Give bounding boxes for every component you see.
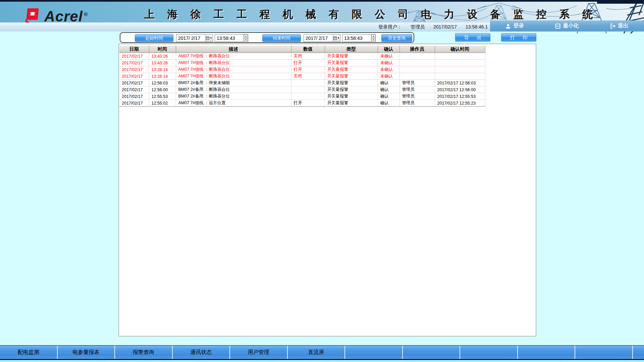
start-date-picker[interactable]: 2017/ 2/17 ▼ bbox=[176, 34, 213, 42]
nav-button-通讯状态[interactable]: 通讯状态 bbox=[173, 346, 230, 359]
cell: 2017/02/17 12:56:03 bbox=[435, 80, 485, 86]
cell: 确认 bbox=[378, 86, 399, 93]
cell: 2017/02/17 bbox=[119, 100, 149, 107]
cell: 2017/02/17 12:55:23 bbox=[435, 100, 485, 107]
login-user-info: 登录用户： 管理员 2017/02/17 13:58:46.1 bbox=[378, 24, 488, 30]
cell: 13:28:14 bbox=[149, 73, 176, 80]
cell: 12:55:02 bbox=[149, 100, 176, 107]
nav-button-报警查询[interactable]: 报警查询 bbox=[115, 346, 173, 359]
cell: 2017/02/17 bbox=[119, 93, 149, 100]
column-header-0[interactable]: 日期 bbox=[119, 46, 149, 53]
alarm-row-confirmed[interactable]: 2017/02/1712:56:03BM07 2#备用 ：弹簧未储能开关量报警确… bbox=[119, 80, 485, 86]
end-date-calendar-button[interactable]: ▼ bbox=[333, 35, 340, 42]
column-header-5[interactable]: 确认 bbox=[378, 46, 399, 53]
logo-text: Acrel® bbox=[44, 6, 88, 24]
alarm-row-confirmed[interactable]: 2017/02/1712:55:02AM07 7#馈线 ：远方位置打开开关量报警… bbox=[119, 100, 485, 107]
exit-button[interactable]: 退出 bbox=[610, 22, 629, 29]
nav-button-empty[interactable] bbox=[518, 346, 576, 359]
nav-button-empty[interactable] bbox=[345, 346, 403, 359]
dropdown-arrow-icon: ▼ bbox=[337, 37, 340, 40]
spin-up-icon[interactable]: ▲ bbox=[371, 35, 375, 38]
cell: 12:56:00 bbox=[149, 86, 176, 93]
cell bbox=[435, 73, 485, 80]
cell: 关闭 bbox=[291, 53, 325, 60]
user-icon bbox=[505, 23, 511, 29]
cell: BM07 2#备用 ：断路器分位 bbox=[176, 93, 291, 100]
nav-button-empty[interactable] bbox=[460, 346, 518, 359]
cell: 未确认 bbox=[378, 73, 399, 80]
cell: 开关量报警 bbox=[325, 86, 378, 93]
cell: 开关量报警 bbox=[325, 100, 378, 107]
cell: BM07 2#备用 ：弹簧未储能 bbox=[176, 80, 291, 86]
cell: AM07 7#馈线 ：远方位置 bbox=[176, 100, 291, 107]
nav-button-empty[interactable] bbox=[575, 346, 633, 359]
column-header-6[interactable]: 操作员 bbox=[399, 46, 435, 53]
cell: 12:56:03 bbox=[149, 80, 176, 86]
cell: AM07 7#馈线 ：断路器分位 bbox=[176, 60, 291, 66]
cell bbox=[399, 53, 435, 60]
calendar-icon bbox=[333, 37, 337, 40]
end-time-spinner[interactable]: ▲▼ bbox=[371, 35, 375, 42]
minimize-button[interactable]: 最小化 bbox=[555, 22, 579, 29]
cell: 2017/02/17 bbox=[119, 66, 149, 73]
cell bbox=[435, 53, 485, 60]
bottom-nav-bar: 配电监测电参量报表报警查询通讯状态用户管理直流屏 bbox=[0, 345, 644, 359]
column-header-1[interactable]: 时间 bbox=[149, 46, 176, 53]
start-time-button[interactable]: 起始时间 bbox=[135, 34, 173, 42]
spin-down-icon[interactable]: ▼ bbox=[371, 38, 375, 42]
spin-up-icon[interactable]: ▲ bbox=[244, 35, 248, 38]
acrel-logo: Acrel® bbox=[26, 6, 88, 24]
cell: 2017/02/17 bbox=[119, 60, 149, 66]
cell: 打开 bbox=[291, 60, 325, 66]
start-time-spinner[interactable]: ▲▼ bbox=[244, 35, 248, 42]
cell: AM07 7#馈线 ：断路器分位 bbox=[176, 73, 291, 80]
alarm-row-unconfirmed[interactable]: 2017/02/1713:43:26AM07 7#馈线 ：断路器分位打开开关量报… bbox=[119, 60, 485, 66]
minimize-icon bbox=[555, 23, 560, 29]
user-bar: 登录用户： 管理员 2017/02/17 13:58:46.1 登录 最小化 退… bbox=[0, 22, 644, 32]
alarm-row-unconfirmed[interactable]: 2017/02/1713:43:26AM07 7#馈线 ：断路器合位关闭开关量报… bbox=[119, 53, 485, 60]
cell: 2017/02/17 bbox=[119, 73, 149, 80]
nav-button-电参量报表[interactable]: 电参量报表 bbox=[58, 346, 115, 359]
column-header-3[interactable]: 数值 bbox=[291, 46, 325, 53]
start-time-input[interactable]: 13:58:43 ▲▼ bbox=[215, 34, 248, 42]
session-button-bar: 登录 最小化 退出 bbox=[490, 20, 644, 32]
export-button[interactable]: 导 出 bbox=[455, 33, 490, 42]
header: Acrel® 上 海 徐 工 工 程 机 械 有 限 公 司 电 力 设 备 监… bbox=[0, 2, 644, 22]
cell: 2017/02/17 bbox=[119, 86, 149, 93]
alarm-row-unconfirmed[interactable]: 2017/02/1713:28:14AM07 7#馈线 ：断路器分位关闭开关量报… bbox=[119, 73, 485, 80]
nav-button-配电监测[interactable]: 配电监测 bbox=[0, 346, 58, 359]
cell: 管理员 bbox=[399, 93, 435, 100]
calendar-icon bbox=[206, 37, 209, 40]
nav-button-直流屏[interactable]: 直流屏 bbox=[288, 346, 345, 359]
nav-button-empty[interactable] bbox=[633, 346, 644, 359]
end-time-button[interactable]: 结束时间 bbox=[262, 34, 301, 42]
cell: 13:28:14 bbox=[149, 66, 176, 73]
nav-button-empty[interactable] bbox=[403, 346, 461, 359]
cell: 开关量报警 bbox=[325, 53, 378, 60]
cell: 13:43:26 bbox=[149, 53, 176, 60]
end-date-picker[interactable]: 2017/ 2/17 ▼ bbox=[304, 34, 340, 42]
cell: 管理员 bbox=[399, 86, 435, 93]
end-time-input[interactable]: 13:58:43 ▲▼ bbox=[342, 34, 376, 42]
cell bbox=[291, 80, 325, 86]
cell: 管理员 bbox=[399, 80, 435, 86]
start-date-calendar-button[interactable]: ▼ bbox=[205, 35, 213, 42]
column-header-2[interactable]: 描述 bbox=[176, 46, 291, 53]
cell: 确认 bbox=[378, 93, 399, 100]
alarm-row-confirmed[interactable]: 2017/02/1712:56:00BM07 2#备用 ：断路器合位开关量报警确… bbox=[119, 86, 485, 93]
column-header-7[interactable]: 确认时间 bbox=[435, 46, 485, 53]
cell: 未确认 bbox=[378, 60, 399, 66]
print-button[interactable]: 打 印 bbox=[501, 33, 536, 42]
spin-down-icon[interactable]: ▼ bbox=[244, 38, 248, 42]
login-button[interactable]: 登录 bbox=[505, 22, 524, 29]
alarm-row-confirmed[interactable]: 2017/02/1712:55:53BM07 2#备用 ：断路器分位开关量报警确… bbox=[119, 93, 485, 100]
cell: 确认 bbox=[378, 100, 399, 107]
history-query-button[interactable]: 历史查询 bbox=[381, 34, 412, 42]
alarm-row-unconfirmed[interactable]: 2017/02/1713:28:14AM07 7#馈线 ：断路器合位打开开关量报… bbox=[119, 66, 485, 73]
column-header-4[interactable]: 类型 bbox=[325, 46, 378, 53]
exit-icon bbox=[610, 23, 615, 29]
cell: 12:55:53 bbox=[149, 93, 176, 100]
cell: AM07 7#馈线 ：断路器合位 bbox=[176, 66, 291, 73]
nav-button-用户管理[interactable]: 用户管理 bbox=[230, 346, 288, 359]
alarm-table-header-row: 日期时间描述数值类型确认操作员确认时间 bbox=[119, 46, 485, 53]
